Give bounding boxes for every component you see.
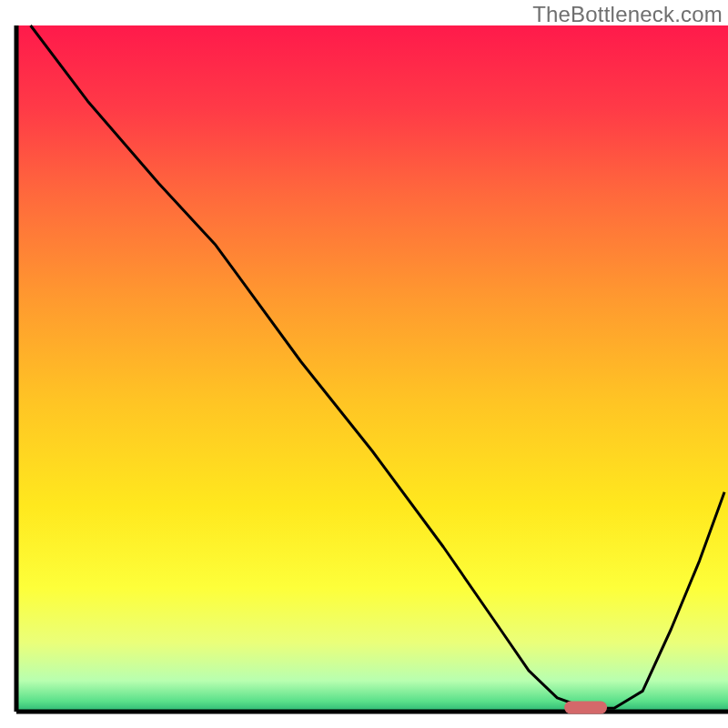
bottleneck-chart: TheBottleneck.com (0, 0, 728, 728)
chart-svg (0, 0, 728, 728)
gradient-background (16, 25, 728, 712)
attribution-label: TheBottleneck.com (532, 2, 723, 27)
optimum-marker (564, 701, 607, 713)
plot-area (16, 25, 728, 713)
